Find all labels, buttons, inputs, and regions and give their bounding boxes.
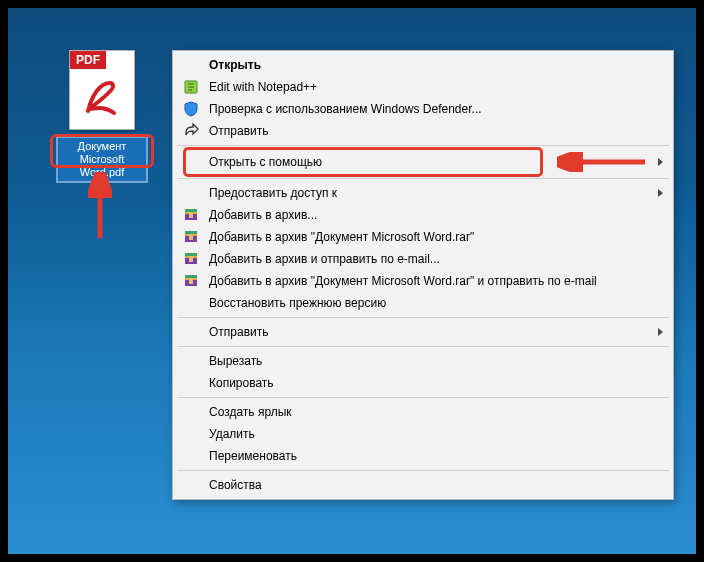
- desktop-file[interactable]: PDF Документ Microsoft Word.pdf: [56, 50, 148, 183]
- menu-rename[interactable]: Переименовать: [175, 445, 671, 467]
- menu-cut[interactable]: Вырезать: [175, 350, 671, 372]
- pdf-badge: PDF: [70, 51, 106, 69]
- menu-restore-previous[interactable]: Восстановить прежнюю версию: [175, 292, 671, 314]
- separator: [177, 145, 669, 146]
- spacer-icon: [183, 404, 199, 420]
- spacer-icon: [183, 375, 199, 391]
- menu-properties[interactable]: Свойства: [175, 474, 671, 496]
- menu-defender-scan[interactable]: Проверка с использованием Windows Defend…: [175, 98, 671, 120]
- svg-rect-10: [189, 234, 193, 240]
- notepadpp-icon: [183, 79, 199, 95]
- winrar-icon: [183, 229, 199, 245]
- menu-create-shortcut[interactable]: Создать ярлык: [175, 401, 671, 423]
- share-arrow-icon: [183, 123, 199, 139]
- separator: [177, 178, 669, 179]
- menu-open-with[interactable]: Открыть с помощью: [175, 149, 671, 175]
- separator: [177, 470, 669, 471]
- menu-delete[interactable]: Удалить: [175, 423, 671, 445]
- pdf-file-icon: PDF: [69, 50, 135, 130]
- spacer-icon: [183, 353, 199, 369]
- spacer-icon: [183, 295, 199, 311]
- spacer-icon: [183, 185, 199, 201]
- menu-rar-add-named-send[interactable]: Добавить в архив "Документ Microsoft Wor…: [175, 270, 671, 292]
- separator: [177, 346, 669, 347]
- svg-rect-6: [189, 212, 193, 218]
- svg-rect-9: [185, 231, 197, 234]
- menu-give-access[interactable]: Предоставить доступ к: [175, 182, 671, 204]
- spacer-icon: [183, 154, 199, 170]
- submenu-arrow-icon: [658, 328, 663, 336]
- menu-send-to[interactable]: Отправить: [175, 321, 671, 343]
- svg-rect-18: [189, 278, 193, 284]
- submenu-arrow-icon: [658, 189, 663, 197]
- defender-shield-icon: [183, 101, 199, 117]
- separator: [177, 317, 669, 318]
- submenu-arrow-icon: [658, 158, 663, 166]
- separator: [177, 397, 669, 398]
- menu-rar-add-send[interactable]: Добавить в архив и отправить по e-mail..…: [175, 248, 671, 270]
- menu-open[interactable]: Открыть: [175, 54, 671, 76]
- adobe-pdf-icon: [82, 77, 122, 117]
- spacer-icon: [183, 477, 199, 493]
- spacer-icon: [183, 448, 199, 464]
- winrar-icon: [183, 251, 199, 267]
- menu-share[interactable]: Отправить: [175, 120, 671, 142]
- file-label: Документ Microsoft Word.pdf: [56, 136, 148, 183]
- svg-rect-5: [185, 209, 197, 212]
- spacer-icon: [183, 324, 199, 340]
- menu-copy[interactable]: Копировать: [175, 372, 671, 394]
- svg-rect-13: [185, 253, 197, 256]
- svg-rect-14: [189, 256, 193, 262]
- menu-rar-add-named[interactable]: Добавить в архив "Документ Microsoft Wor…: [175, 226, 671, 248]
- menu-rar-add[interactable]: Добавить в архив...: [175, 204, 671, 226]
- spacer-icon: [183, 426, 199, 442]
- menu-edit-notepadpp[interactable]: Edit with Notepad++: [175, 76, 671, 98]
- winrar-icon: [183, 273, 199, 289]
- svg-rect-17: [185, 275, 197, 278]
- spacer-icon: [183, 57, 199, 73]
- winrar-icon: [183, 207, 199, 223]
- context-menu: Открыть Edit with Notepad++ Проверка с и…: [172, 50, 674, 500]
